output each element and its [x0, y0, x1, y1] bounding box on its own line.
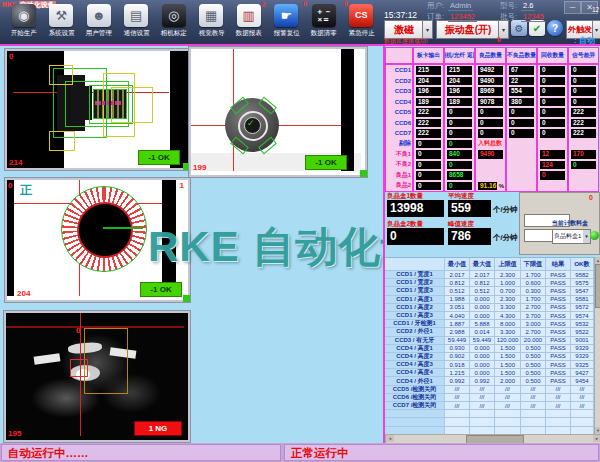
toolbar-start-production[interactable]: ◉开始生产	[5, 3, 43, 43]
measure-cell: 0.812	[445, 279, 470, 287]
stats-header-cell: 良品数量	[474, 48, 505, 63]
measure-cell: ///	[445, 386, 470, 394]
stats-cell: 0	[474, 128, 505, 139]
toolbar-alarm-reset[interactable]: ☛报警复位	[268, 3, 306, 43]
stats-row-label: CCD4	[386, 99, 412, 105]
measure-row-label: CCD7 /检测关闭	[385, 402, 445, 410]
camera1-index: 0	[9, 52, 13, 61]
clock: 15:37:12	[384, 10, 417, 20]
minimize-button[interactable]: ─	[564, 1, 581, 14]
run-status-right: 正常运行中	[284, 444, 599, 461]
measure-cell: 0.500	[521, 353, 546, 361]
confirm-check-icon[interactable]: ✔	[529, 20, 545, 36]
measure-row: CCD6 /检测关闭//////////////////	[385, 394, 594, 402]
toolbar-system-settings[interactable]: ⚒系统设置	[43, 3, 81, 43]
stats-value-box: 67	[509, 66, 534, 75]
scroll-right-icon[interactable]: ►	[593, 435, 600, 442]
stats-value-box: 204	[447, 77, 472, 86]
gear-icon[interactable]: ⚙	[511, 20, 527, 36]
stats-cell: 0	[443, 107, 474, 118]
stats-cell: 0	[412, 149, 443, 160]
measure-row-label: CCD4 / 高度4	[385, 369, 445, 377]
scroll-left-icon[interactable]: ◄	[386, 435, 394, 442]
stats-row: CCD4189189907838000	[386, 97, 598, 108]
help-icon[interactable]: ?	[547, 20, 563, 36]
stats-cell: 0	[443, 128, 474, 139]
stats-cell	[505, 181, 536, 192]
toolbar-vision-teaching[interactable]: ▦视觉教导	[193, 3, 231, 43]
avg-speed-unit: 个/分钟	[493, 205, 518, 215]
model-label: 型号:	[500, 1, 517, 11]
toolbar-item-label: 报警复位	[269, 28, 304, 37]
measure-cell: PASS	[546, 304, 571, 312]
camera-view-2[interactable]: ✓ 199 -1 OK	[189, 47, 367, 177]
stats-cell: 0	[412, 160, 443, 171]
scroll-down-icon[interactable]: ▼	[595, 427, 600, 434]
measure-cell: 0.500	[521, 361, 546, 369]
stats-row: CCD3196196896955400	[386, 86, 598, 97]
toolbar-data-report[interactable]: ▥2数据报表	[230, 3, 268, 43]
stats-cell: 222	[412, 107, 443, 118]
stats-cell: 840	[443, 149, 474, 160]
stats-header-cell: 不良品数量	[505, 48, 536, 63]
camera-view-1[interactable]: 0 214 -1 OK	[5, 49, 190, 170]
counter-box-label: 当前计数料盒	[552, 219, 588, 228]
stats-value-box: 215	[447, 66, 472, 75]
stats-row: 良品20091.16%	[386, 181, 598, 192]
mode-label: : 自动	[574, 35, 595, 46]
counter-box-select[interactable]: 良品料盒1▾	[552, 229, 591, 244]
camera-view-3[interactable]: 正 0 1 204 -1 OK	[5, 178, 190, 302]
scroll-up-icon[interactable]: ▲	[595, 257, 600, 264]
stats-cell: 0	[536, 76, 567, 87]
stats-cell: 380	[505, 97, 536, 108]
stats-value-box: 0	[540, 98, 565, 107]
camera-view-4[interactable]: 0 195 1 NG	[4, 311, 190, 442]
measure-cell: ///	[546, 402, 571, 410]
stats-cell: 0	[443, 139, 474, 150]
order-value: 123452	[448, 12, 477, 22]
camera3-status-dot	[183, 295, 190, 302]
stats-cell: 204	[412, 76, 443, 87]
toolbar-camera-calibration[interactable]: ◎相机标定	[155, 3, 193, 43]
measure-cell: 9532	[571, 320, 594, 328]
toolbar-emergency-stop[interactable]: CS紧急停止	[343, 3, 381, 43]
vertical-scrollbar[interactable]: ▲ ▼	[594, 257, 600, 434]
stats-header-cell: 相机/光纤 返回	[443, 48, 474, 63]
measure-row-label: CCD1 / 高度2	[385, 304, 445, 312]
measure-cell: ///	[470, 386, 495, 394]
scroll-thumb[interactable]	[595, 264, 600, 308]
close-button[interactable]: ✕	[581, 1, 598, 14]
stats-row: CCD72220000222	[386, 128, 598, 139]
orientation-mark: 正	[20, 182, 32, 199]
measure-cell: 2.700	[521, 328, 546, 336]
measure-cell: 0.512	[445, 287, 470, 295]
stats-cell: 9492	[474, 65, 505, 76]
camera2-result-badge: -1 OK	[305, 155, 347, 170]
toolbar-data-clear[interactable]: ＋－ ×＝数据清零	[305, 3, 343, 43]
measure-cell: 9582	[571, 271, 594, 279]
stats-row-label: 良品2	[386, 181, 412, 190]
stats-row-label: CCD1	[386, 67, 412, 73]
toolbar-comm-settings[interactable]: ▤通信设置	[118, 3, 156, 43]
stats-row-label: 不良2	[386, 160, 412, 169]
toolbar-user-management[interactable]: ☻用户管理	[80, 3, 118, 43]
stats-cell: 0	[536, 65, 567, 76]
measure-cell	[445, 410, 470, 418]
data-report-icon: ▥	[237, 4, 261, 27]
stats-cell: 0	[536, 128, 567, 139]
measure-cell: 0.992	[470, 377, 495, 385]
measure-cell: ///	[495, 402, 521, 410]
measure-row: CCD1 / 高度11.9880.0002.3001.700PASS9581	[385, 296, 594, 304]
stats-cell: 170	[567, 149, 598, 160]
measure-cell	[546, 410, 571, 418]
status-bar: 自动运行中…… 正常运行中	[0, 443, 600, 462]
stats-value-box: 8658	[447, 171, 472, 180]
measure-row: CCD1 / 高度34.0400.0004.3003.700PASS9574	[385, 312, 594, 320]
stats-value-box: 0	[540, 77, 565, 86]
vibrate-bowl-button[interactable]: 振动盘(开)	[436, 20, 500, 39]
stats-row: 剔除00入料总数	[386, 139, 598, 150]
stats-value-box: 0	[478, 119, 503, 128]
stats-cell: 189	[412, 97, 443, 108]
stats-value-box: 222	[571, 119, 596, 128]
stats-value-box: 9490	[478, 77, 503, 86]
